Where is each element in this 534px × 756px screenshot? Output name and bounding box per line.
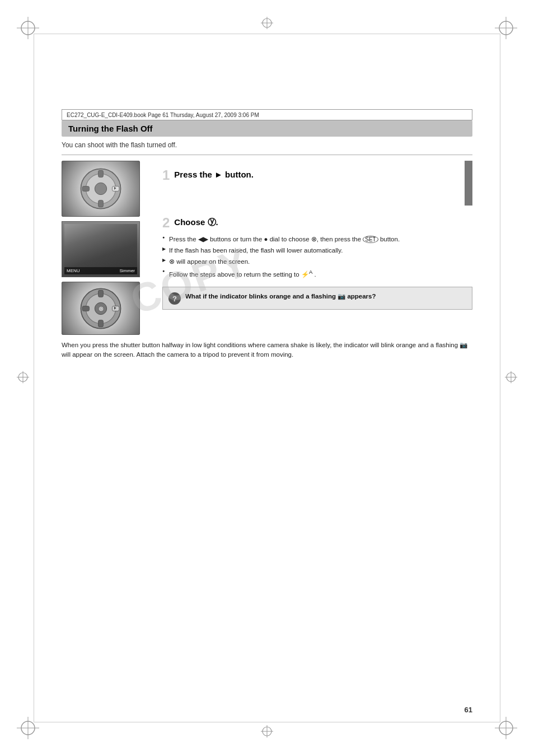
step2-image: ⚡ ▶ MENUSimmer xyxy=(62,221,140,277)
step2-bullet-1: Press the ◀▶ buttons or turn the ● dial … xyxy=(162,235,472,244)
svg-rect-38 xyxy=(112,306,119,311)
reg-mark-ml xyxy=(17,371,29,385)
step2: 2 Choose ⓨ. Press the ◀▶ buttons or turn… xyxy=(162,216,472,279)
corner-mark-br xyxy=(495,717,517,739)
content-area: Turning the Flash Off You can shoot with… xyxy=(62,120,472,689)
svg-rect-28 xyxy=(99,200,104,207)
svg-rect-30 xyxy=(112,186,119,192)
corner-mark-bl xyxy=(17,717,39,739)
svg-text:⊗: ⊗ xyxy=(99,305,104,312)
step1-number: 1 xyxy=(162,169,170,182)
question-icon: ? xyxy=(168,292,181,305)
step2-bullets: Press the ◀▶ buttons or turn the ● dial … xyxy=(162,235,472,279)
question-box: ? What if the indicator blinks orange an… xyxy=(162,287,472,310)
svg-rect-27 xyxy=(99,170,104,177)
accent-bar xyxy=(465,161,472,206)
step2b-image: ⊗ xyxy=(62,282,140,335)
steps-container: ⚡ ▶ MENUSimmer xyxy=(62,161,472,335)
svg-point-26 xyxy=(95,183,106,194)
step2-title: Choose ⓨ. xyxy=(174,217,218,228)
step1-image xyxy=(62,161,140,217)
reg-mark-bc xyxy=(261,725,273,739)
step2-bullet-3: ⊗ will appear on the screen. xyxy=(162,257,472,266)
corner-mark-tr xyxy=(495,17,517,39)
step1-title: Press the ► button. xyxy=(174,170,254,179)
file-info-text: EC272_CUG-E_CDI-E409.book Page 61 Thursd… xyxy=(67,112,259,118)
reg-mark-mr xyxy=(505,371,517,385)
svg-rect-36 xyxy=(99,320,104,326)
images-column: ⚡ ▶ MENUSimmer xyxy=(62,161,151,335)
step1: 1 Press the ► button. xyxy=(162,169,472,183)
page-number: 61 xyxy=(465,706,472,714)
section-title: Turning the Flash Off xyxy=(62,120,472,137)
corner-mark-tl xyxy=(17,17,39,39)
steps-column: 1 Press the ► button. 2 Choose ⓨ. Press … xyxy=(151,161,472,335)
step2-bullet-4: Follow the steps above to return the set… xyxy=(162,268,472,279)
reg-mark-tc xyxy=(261,17,273,31)
question-text: What if the indicator blinks orange and … xyxy=(185,292,376,301)
svg-rect-35 xyxy=(99,290,104,297)
section-divider xyxy=(62,155,472,155)
intro-text: You can shoot with the flash turned off. xyxy=(62,141,472,149)
answer-text: When you press the shutter button halfwa… xyxy=(62,340,472,360)
svg-rect-29 xyxy=(82,186,89,192)
file-info-bar: EC272_CUG-E_CDI-E409.book Page 61 Thursd… xyxy=(62,109,472,120)
step2-bullet-2: If the flash has been raised, the flash … xyxy=(162,246,472,255)
step2-number: 2 xyxy=(162,216,170,230)
svg-rect-37 xyxy=(82,306,89,311)
